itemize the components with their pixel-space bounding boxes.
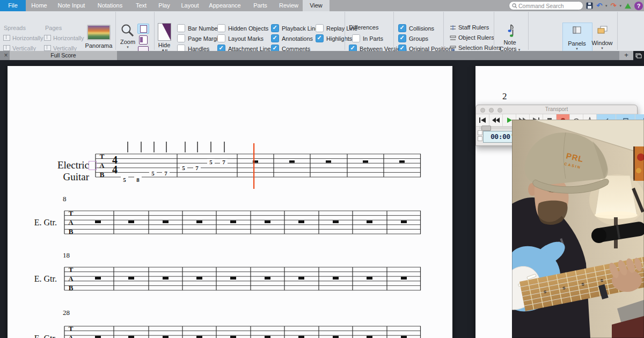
- checkbox-box[interactable]: [316, 34, 324, 42]
- checkbox-box[interactable]: [217, 34, 225, 42]
- checkbox-highlights[interactable]: Highlights: [316, 34, 352, 42]
- webcam-overlay: PRL CASIN: [512, 120, 644, 338]
- layout-horizontal-icon: [44, 35, 51, 41]
- staff-notation-graphics: [8, 66, 452, 338]
- tab-full-score[interactable]: Full Score: [10, 51, 117, 60]
- tab-play[interactable]: Play: [152, 0, 176, 11]
- panels-button[interactable]: Panels ▾: [564, 26, 590, 51]
- instrument-label-short[interactable]: E. Gtr.: [23, 274, 57, 284]
- webcam-video: PRL CASIN: [512, 120, 644, 338]
- checkbox-box[interactable]: [316, 24, 324, 32]
- time-signature-bottom: 4: [110, 165, 120, 174]
- note-colors-icon: [505, 23, 515, 38]
- transport-title-bar[interactable]: Transport: [476, 105, 637, 114]
- fret-number[interactable]: 5: [121, 177, 128, 183]
- zoom-page-width-button[interactable]: [137, 24, 149, 34]
- tab-file[interactable]: File: [0, 0, 26, 11]
- tab-clef: TAB: [98, 153, 106, 178]
- instrument-label-full[interactable]: Electric Guitar: [30, 159, 89, 183]
- timecode-option-box[interactable]: [478, 136, 482, 141]
- zoom-whole-page-button[interactable]: [139, 35, 148, 45]
- panels-caret[interactable]: ▾: [564, 47, 590, 51]
- tab-clef: TAB: [67, 266, 75, 291]
- instrument-label-short[interactable]: E. Gtr.: [23, 218, 57, 227]
- instrument-label-short[interactable]: E. Gtr.: [23, 334, 57, 338]
- staff-rulers-icon: [450, 25, 457, 31]
- fret-number[interactable]: 7: [220, 159, 228, 165]
- checkbox-box[interactable]: [177, 34, 185, 42]
- redo-icon[interactable]: ↷: [611, 1, 617, 11]
- window-caret[interactable]: ▾: [589, 46, 615, 50]
- new-tab-button[interactable]: +: [619, 51, 633, 60]
- save-icon[interactable]: [586, 2, 593, 9]
- checkbox-box[interactable]: [398, 34, 406, 42]
- checkbox-playback-line[interactable]: Playback Line: [271, 24, 319, 32]
- fret-number[interactable]: 7: [162, 170, 170, 177]
- checkbox-box[interactable]: [271, 24, 279, 32]
- checkbox-hidden-objects[interactable]: Hidden Objects: [217, 24, 268, 32]
- selection-rulers-icon: [450, 45, 457, 51]
- layout-horizontal-icon: [3, 35, 10, 41]
- fret-number[interactable]: 8: [134, 177, 142, 183]
- tab-options-button[interactable]: [633, 51, 644, 60]
- command-search[interactable]: [509, 1, 583, 10]
- layout-vertical-icon: [3, 45, 10, 51]
- layout-vertical-icon: [44, 45, 51, 51]
- checkbox-box[interactable]: [217, 24, 225, 32]
- checkbox-collisions[interactable]: Collisions: [398, 24, 434, 32]
- pages-option: Pages: [45, 25, 62, 31]
- checkbox-in-parts[interactable]: In Parts: [352, 34, 383, 42]
- playback-line[interactable]: [253, 143, 254, 189]
- checkbox-box[interactable]: [398, 24, 406, 32]
- checkbox-annotations[interactable]: Annotations: [271, 34, 313, 42]
- tab-clef: TAB: [67, 210, 75, 235]
- tab-view[interactable]: View: [303, 0, 330, 11]
- zoom-caret[interactable]: ▾: [116, 45, 140, 49]
- selection-box[interactable]: [89, 161, 97, 170]
- timecode-option-box[interactable]: [478, 130, 482, 135]
- tab-parts[interactable]: Parts: [246, 0, 275, 11]
- pages-horizontally-option: Horizontally: [44, 35, 84, 41]
- search-icon: [512, 3, 517, 9]
- tab-review[interactable]: Review: [275, 0, 303, 11]
- help-icon[interactable]: ?: [634, 2, 643, 10]
- score-page-1[interactable]: Electric Guitar TAB 4 4 5 8 5 7 5 7 5 7 …: [8, 66, 452, 338]
- panorama-button[interactable]: Panorama: [83, 25, 114, 49]
- note-colors-button[interactable]: Note Colors ▾: [495, 23, 525, 52]
- tab-appearance[interactable]: Appearance: [204, 0, 246, 11]
- tab-note-input[interactable]: Note Input: [53, 0, 90, 11]
- tab-home[interactable]: Home: [26, 0, 53, 11]
- rewind-button[interactable]: [489, 114, 503, 126]
- checkbox-layout-marks[interactable]: Layout Marks: [217, 34, 264, 42]
- hide-all-button[interactable]: HideAll: [156, 23, 173, 55]
- slider-thumb[interactable]: [481, 126, 491, 131]
- fret-number[interactable]: 5: [149, 170, 157, 177]
- fret-number[interactable]: 5: [207, 159, 215, 165]
- tab-notations[interactable]: Notations: [90, 0, 130, 11]
- undo-caret[interactable]: ▾: [605, 4, 608, 8]
- object-rulers-option[interactable]: Object Rulers: [450, 34, 494, 41]
- warning-triangle-icon[interactable]: [625, 3, 631, 9]
- sibelius-window: File Home Note Input Notations Text Play…: [0, 0, 644, 338]
- window-traffic-lights[interactable]: [480, 108, 502, 113]
- panorama-icon: [87, 25, 111, 40]
- fret-number[interactable]: 5: [180, 165, 187, 171]
- staff-rulers-option[interactable]: Staff Rulers: [450, 24, 489, 31]
- tab-layout[interactable]: Layout: [176, 0, 204, 11]
- fret-number[interactable]: 7: [193, 165, 201, 171]
- undo-icon[interactable]: ↶: [596, 1, 602, 11]
- bar-number: 18: [63, 251, 70, 260]
- close-tab-icon[interactable]: ×: [2, 52, 10, 59]
- skip-to-start-button[interactable]: [476, 114, 489, 126]
- search-input[interactable]: [517, 2, 576, 10]
- checkbox-box[interactable]: [271, 34, 279, 42]
- wall-art: [633, 146, 644, 181]
- window-button[interactable]: Window ▾: [589, 26, 615, 50]
- redo-caret[interactable]: ▾: [619, 4, 621, 8]
- checkbox-bar-numbers[interactable]: Bar Numbers: [177, 24, 223, 32]
- checkbox-box[interactable]: [352, 34, 360, 42]
- zoom-button[interactable]: Zoom ▾: [116, 24, 140, 49]
- checkbox-groups[interactable]: Groups: [398, 34, 428, 42]
- tab-text[interactable]: Text: [130, 0, 152, 11]
- checkbox-box[interactable]: [177, 24, 185, 32]
